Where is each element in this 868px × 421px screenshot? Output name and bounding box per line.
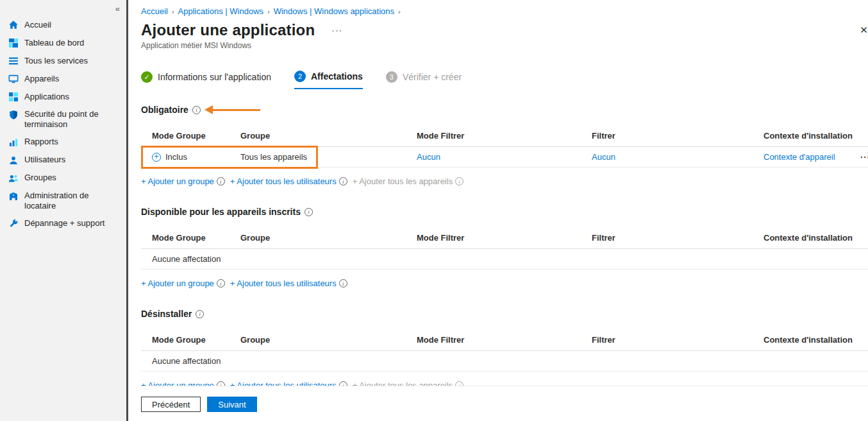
empty-text: Aucune affectation xyxy=(141,356,592,366)
info-icon[interactable] xyxy=(339,177,347,185)
sidebar-item-depannage-support[interactable]: Dépannage + support xyxy=(0,214,126,232)
info-icon[interactable] xyxy=(305,208,313,216)
info-icon[interactable] xyxy=(217,177,225,185)
column-header: Mode Groupe xyxy=(141,131,240,141)
info-icon[interactable] xyxy=(196,310,204,318)
column-header: Mode Filtrer xyxy=(417,335,592,345)
tab-verifier-creer[interactable]: 3 Vérifier + créer xyxy=(386,71,462,89)
sidebar-item-appareils[interactable]: Appareils xyxy=(0,70,126,88)
column-header: Mode Filtrer xyxy=(417,233,592,243)
filtrer-link[interactable]: Aucun xyxy=(592,152,615,162)
column-header: Contexte d'installation xyxy=(764,233,853,243)
sidebar: « Accueil Tableau de bord Tous les servi… xyxy=(0,0,128,421)
groupe-cell: Tous les appareils xyxy=(240,152,417,162)
breadcrumb-applications-windows[interactable]: Applications | Windows xyxy=(178,6,263,16)
section-title: Disponible pour les appareils inscrits xyxy=(141,207,301,217)
troubleshoot-wrench-icon xyxy=(8,218,19,228)
assignment-links: + Ajouter un groupe + Ajouter tous les u… xyxy=(141,279,868,288)
add-group-link[interactable]: + Ajouter un groupe xyxy=(141,279,214,288)
sidebar-item-label: Sécurité du point de terminaison xyxy=(24,109,121,130)
sidebar-item-groupes[interactable]: Groupes xyxy=(0,169,126,187)
close-icon[interactable]: ✕ xyxy=(860,24,868,36)
tab-informations-application[interactable]: ✓ Informations sur l'application xyxy=(141,71,271,89)
table-header: Mode Groupe Groupe Mode Filtrer Filtrer … xyxy=(141,125,868,147)
dashboard-icon xyxy=(8,38,19,48)
breadcrumb-windows-applications[interactable]: Windows | Windows applications xyxy=(274,6,394,16)
empty-assignment-row: Aucune affectation xyxy=(141,351,868,372)
more-options-button[interactable]: ··· xyxy=(331,25,342,35)
sidebar-item-label: Tous les services xyxy=(24,56,121,66)
sidebar-item-rapports[interactable]: Rapports xyxy=(0,133,126,151)
empty-text: Aucune affectation xyxy=(141,254,592,264)
reports-chart-icon xyxy=(8,137,19,148)
sidebar-item-label: Groupes xyxy=(24,173,121,183)
home-icon xyxy=(8,20,19,30)
wizard-footer: Précédent Suivant xyxy=(141,386,868,421)
column-header: Mode Groupe xyxy=(141,335,240,345)
mode-groupe-cell: Inclus xyxy=(141,152,240,162)
mode-filtrer-link[interactable]: Aucun xyxy=(417,152,440,162)
add-all-users-link[interactable]: + Ajouter tous les utilisateurs xyxy=(230,279,337,288)
devices-icon xyxy=(8,74,19,84)
app-window: « Accueil Tableau de bord Tous les servi… xyxy=(0,0,868,421)
add-all-users-link[interactable]: + Ajouter tous les utilisateurs xyxy=(230,176,337,186)
main-content: Accueil › Applications | Windows › Windo… xyxy=(128,0,868,421)
column-header: Groupe xyxy=(240,131,417,141)
sidebar-item-tous-les-services[interactable]: Tous les services xyxy=(0,52,126,70)
column-header: Mode Groupe xyxy=(141,233,240,243)
contexte-installation-link[interactable]: Contexte d'appareil xyxy=(764,152,835,162)
chevron-right-icon: › xyxy=(267,8,270,15)
sidebar-item-administration-locataire[interactable]: Administration de locataire xyxy=(0,187,126,215)
services-list-icon xyxy=(8,56,19,66)
sidebar-item-applications[interactable]: Applications xyxy=(0,88,126,106)
table-header: Mode Groupe Groupe Mode Filtrer Filtrer … xyxy=(141,329,868,351)
sidebar-item-utilisateurs[interactable]: Utilisateurs xyxy=(0,151,126,169)
next-button[interactable]: Suivant xyxy=(207,397,256,412)
previous-button[interactable]: Précédent xyxy=(141,397,201,412)
sidebar-item-label: Tableau de bord xyxy=(24,38,121,48)
tab-label: Informations sur l'application xyxy=(158,72,271,82)
tenant-admin-icon xyxy=(8,191,19,202)
row-more-button[interactable]: ··· xyxy=(853,152,868,162)
chevron-right-icon: › xyxy=(172,8,174,15)
assignment-links: + Ajouter un groupe + Ajouter tous les u… xyxy=(141,176,868,186)
breadcrumb: Accueil › Applications | Windows › Windo… xyxy=(141,0,868,16)
table-header: Mode Groupe Groupe Mode Filtrer Filtrer … xyxy=(141,227,868,249)
sidebar-item-accueil[interactable]: Accueil xyxy=(0,16,126,34)
column-header: Filtrer xyxy=(592,131,764,141)
section-title: Désinstaller xyxy=(141,309,192,319)
sidebar-collapse-button[interactable]: « xyxy=(115,4,120,13)
tab-affectations[interactable]: 2 Affectations xyxy=(294,71,363,89)
column-header: Contexte d'installation xyxy=(764,131,853,141)
tab-label: Vérifier + créer xyxy=(403,72,462,82)
sidebar-item-tableau-de-bord[interactable]: Tableau de bord xyxy=(0,34,126,52)
info-icon xyxy=(455,177,463,185)
sidebar-item-label: Dépannage + support xyxy=(24,218,121,228)
endpoint-security-shield-icon xyxy=(8,110,19,120)
section-desinstaller: Désinstaller Mode Groupe Groupe Mode Fil… xyxy=(141,307,868,390)
sidebar-item-label: Applications xyxy=(24,92,121,102)
section-title: Obligatoire xyxy=(141,105,188,115)
tab-label: Affectations xyxy=(311,71,363,82)
info-icon[interactable] xyxy=(192,106,201,114)
info-icon[interactable] xyxy=(339,279,347,288)
info-icon[interactable] xyxy=(217,279,225,288)
column-header: Contexte d'installation xyxy=(764,335,853,345)
step-number-badge: 2 xyxy=(294,71,306,82)
add-group-link[interactable]: + Ajouter un groupe xyxy=(141,176,214,186)
groups-icon xyxy=(8,173,19,184)
sidebar-item-label: Administration de locataire xyxy=(24,191,121,212)
column-header: Groupe xyxy=(240,335,417,345)
column-header: Filtrer xyxy=(592,233,764,243)
sidebar-item-label: Rapports xyxy=(24,137,121,147)
sidebar-item-label: Accueil xyxy=(24,20,121,30)
table-row: Inclus Tous les appareils Aucun Aucun Co… xyxy=(141,147,868,168)
breadcrumb-accueil[interactable]: Accueil xyxy=(141,6,168,16)
page-subtitle: Application métier MSI Windows xyxy=(141,41,868,50)
sidebar-item-label: Utilisateurs xyxy=(24,155,121,165)
sidebar-item-securite-point-terminaison[interactable]: Sécurité du point de terminaison xyxy=(0,106,126,133)
sidebar-item-label: Appareils xyxy=(24,74,121,84)
sidebar-nav: Accueil Tableau de bord Tous les service… xyxy=(0,16,126,232)
column-header: Groupe xyxy=(240,233,417,243)
applications-grid-icon xyxy=(8,92,19,102)
